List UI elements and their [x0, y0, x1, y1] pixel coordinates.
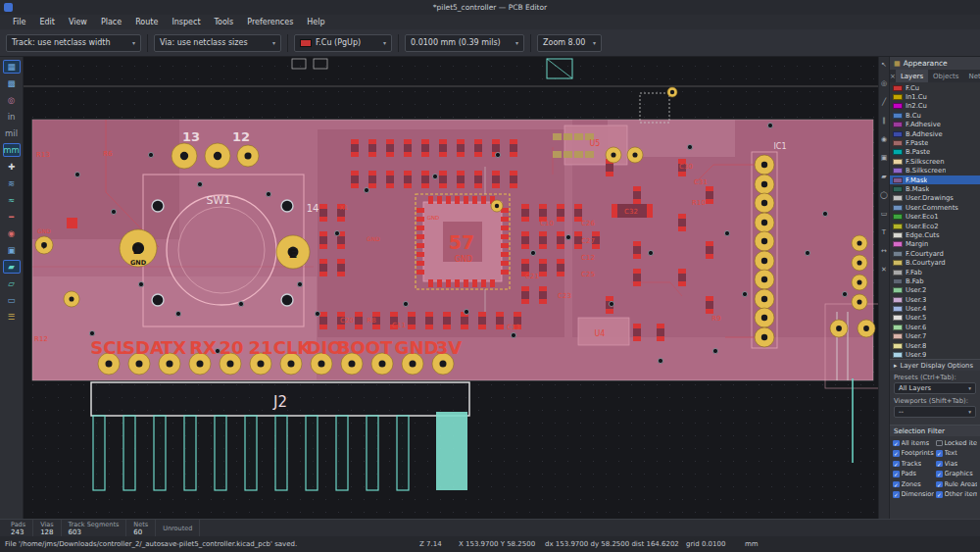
- smd-pad[interactable]: [351, 139, 359, 144]
- smd-pad[interactable]: [496, 325, 504, 329]
- smd-pad[interactable]: [514, 312, 521, 317]
- smd-pad[interactable]: [461, 325, 468, 329]
- layer-color-swatch[interactable]: [893, 168, 903, 174]
- smd-component-body[interactable]: [404, 143, 412, 153]
- via[interactable]: [724, 230, 729, 235]
- smd-pad[interactable]: [633, 254, 641, 259]
- layer-row-user-eco1[interactable]: User.Eco1: [890, 212, 980, 221]
- menu-preferences[interactable]: Preferences: [240, 16, 300, 28]
- smd-pad[interactable]: [633, 241, 641, 246]
- smd-pad[interactable]: [574, 231, 582, 236]
- smd-component-body[interactable]: [351, 143, 359, 153]
- layer-color-swatch[interactable]: [893, 214, 903, 220]
- layer-color-swatch[interactable]: [893, 131, 903, 137]
- viewports-dropdown[interactable]: --: [894, 406, 976, 418]
- route-diff-pair-icon[interactable]: ∥: [882, 117, 886, 125]
- checkbox[interactable]: [936, 450, 943, 457]
- via[interactable]: [565, 234, 570, 239]
- layer-color-swatch[interactable]: [893, 205, 903, 211]
- layer-color-swatch[interactable]: [893, 287, 903, 293]
- smd-component-body[interactable]: [633, 245, 641, 255]
- smd-component-body[interactable]: [633, 190, 641, 200]
- smd-pad[interactable]: [368, 152, 376, 157]
- filter-graphics[interactable]: Graphics: [936, 470, 977, 479]
- smd-pad[interactable]: [421, 152, 429, 157]
- layer-color-swatch[interactable]: [893, 241, 903, 247]
- filter-pads[interactable]: Pads: [893, 470, 934, 479]
- tab-nets[interactable]: Nets: [964, 70, 980, 82]
- ratsnest-hide-icon[interactable]: ≋: [3, 176, 21, 190]
- via[interactable]: [648, 250, 653, 255]
- layer-row-b-silkscreen[interactable]: B.Silkscreen: [890, 167, 980, 176]
- smd-component-body[interactable]: [574, 208, 582, 218]
- smd-component-body[interactable]: [319, 263, 327, 273]
- smd-pad[interactable]: [425, 325, 433, 329]
- menu-help[interactable]: Help: [300, 16, 331, 28]
- cursor-shape-icon[interactable]: ✚: [3, 160, 21, 174]
- presets-dropdown[interactable]: All Layers: [894, 382, 976, 394]
- smd-pad[interactable]: [647, 204, 653, 218]
- smd-component-body[interactable]: [539, 290, 547, 300]
- smd-pad[interactable]: [421, 183, 429, 188]
- smd-pad[interactable]: [457, 171, 465, 176]
- smd-pad[interactable]: [386, 171, 394, 176]
- smd-pad[interactable]: [574, 133, 583, 140]
- draw-rect-icon[interactable]: ▭: [881, 210, 888, 218]
- smd-pad[interactable]: [457, 139, 465, 144]
- layer-color-swatch[interactable]: [893, 352, 903, 358]
- via[interactable]: [432, 174, 437, 178]
- smd-pad[interactable]: [557, 272, 564, 276]
- smd-pad[interactable]: [478, 312, 486, 317]
- smd-pad[interactable]: [657, 336, 664, 341]
- smd-pad[interactable]: [612, 204, 617, 218]
- smd-pad[interactable]: [521, 231, 529, 236]
- smd-pad[interactable]: [404, 183, 412, 188]
- smd-pad[interactable]: [457, 152, 465, 157]
- smd-pad[interactable]: [319, 231, 327, 236]
- via[interactable]: [111, 209, 116, 214]
- smd-component-body[interactable]: [478, 316, 486, 326]
- j2-pin[interactable]: [367, 416, 378, 490]
- smd-pad[interactable]: [319, 217, 327, 222]
- smd-pad[interactable]: [557, 244, 564, 249]
- j2-pin[interactable]: [154, 416, 166, 490]
- smd-component-body[interactable]: [474, 175, 482, 184]
- smd-pad[interactable]: [319, 244, 327, 249]
- select-tool-icon[interactable]: ↖: [881, 61, 887, 69]
- via[interactable]: [609, 301, 613, 306]
- layer-color-swatch[interactable]: [893, 94, 903, 100]
- layer-color-swatch[interactable]: [893, 140, 903, 146]
- smd-component-body[interactable]: [521, 290, 529, 300]
- polar-coordinates-icon[interactable]: ◎: [3, 93, 21, 107]
- layer-color-swatch[interactable]: [893, 232, 903, 238]
- layer-row-f-silkscreen[interactable]: F.Silkscreen: [890, 157, 980, 166]
- j2-pin[interactable]: [336, 416, 348, 490]
- menu-route[interactable]: Route: [128, 16, 165, 28]
- smd-pad[interactable]: [439, 171, 447, 176]
- smd-pad[interactable]: [404, 171, 412, 176]
- smd-pad[interactable]: [421, 171, 429, 176]
- checkbox[interactable]: [936, 491, 943, 498]
- layer-row-f-paste[interactable]: F.Paste: [890, 138, 980, 147]
- layer-row-f-courtyard[interactable]: F.Courtyard: [890, 249, 980, 258]
- smd-component-body[interactable]: [421, 143, 429, 153]
- smd-pad[interactable]: [557, 231, 564, 236]
- layer-row-user-5[interactable]: User.5: [890, 314, 980, 323]
- layer-row-user-6[interactable]: User.6: [890, 323, 980, 331]
- smd-pad[interactable]: [553, 151, 562, 158]
- smd-component-body[interactable]: [557, 263, 564, 273]
- smd-component-body[interactable]: [539, 263, 547, 273]
- checkbox[interactable]: [936, 481, 943, 488]
- tab-layers[interactable]: Layers: [896, 70, 928, 82]
- smd-component-body[interactable]: [368, 143, 376, 153]
- smd-pad[interactable]: [510, 183, 517, 188]
- smd-component-body[interactable]: [633, 327, 641, 337]
- smd-pad[interactable]: [351, 171, 359, 176]
- smd-component-body[interactable]: [657, 327, 664, 337]
- via-size-dropdown[interactable]: Via: use netclass sizes: [154, 34, 281, 52]
- smd-component-body[interactable]: [706, 300, 713, 310]
- layer-row-b-fab[interactable]: B.Fab: [890, 276, 980, 285]
- smd-pad[interactable]: [404, 152, 412, 157]
- layer-color-swatch[interactable]: [893, 315, 903, 321]
- via[interactable]: [266, 191, 270, 196]
